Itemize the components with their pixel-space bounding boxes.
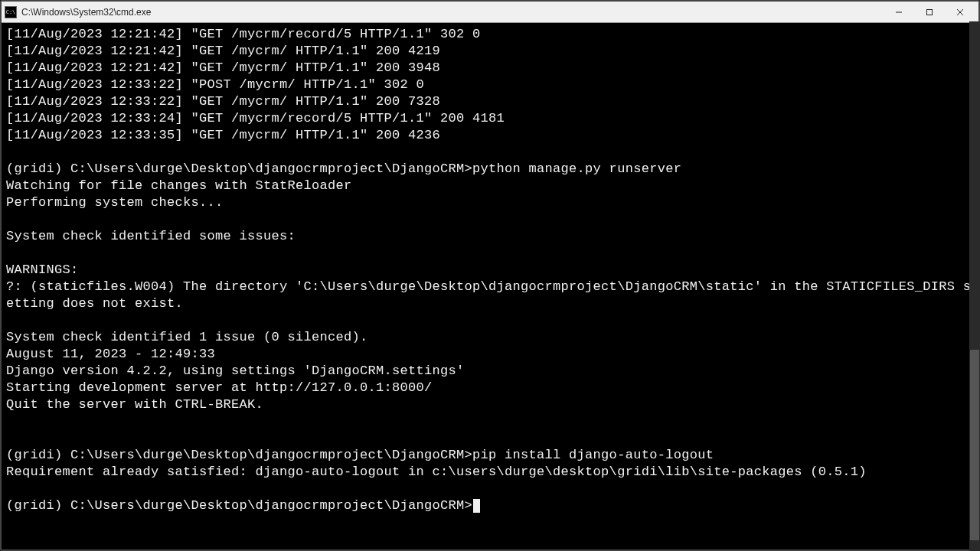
terminal-line: ?: (staticfiles.W004) The directory 'C:\… (6, 279, 974, 312)
scrollbar-thumb[interactable] (970, 350, 979, 540)
terminal-line: WARNINGS: (6, 262, 974, 279)
terminal-line: Django version 4.2.2, using settings 'Dj… (6, 363, 974, 380)
svg-rect-1 (927, 9, 933, 15)
terminal-line: [11/Aug/2023 12:21:42] "GET /mycrm/ HTTP… (6, 43, 974, 60)
terminal-line (6, 430, 974, 447)
terminal-line: [11/Aug/2023 12:21:42] "GET /mycrm/recor… (6, 26, 974, 43)
terminal-line (6, 144, 974, 161)
terminal-line: (gridi) C:\Users\durge\Desktop\djangocrm… (6, 447, 974, 464)
terminal-line: [11/Aug/2023 12:21:42] "GET /mycrm/ HTTP… (6, 60, 974, 77)
terminal-line (6, 211, 974, 228)
maximize-button[interactable] (914, 3, 945, 21)
window-title: C:\Windows\System32\cmd.exe (21, 7, 884, 18)
window-controls (884, 3, 975, 21)
terminal-line: Watching for file changes with StatReloa… (6, 178, 974, 194)
terminal-line: Starting development server at http://12… (6, 380, 974, 396)
terminal-output[interactable]: [11/Aug/2023 12:21:42] "GET /mycrm/recor… (2, 23, 978, 549)
terminal-line (6, 481, 974, 497)
terminal-line (6, 312, 974, 329)
terminal-line (6, 245, 974, 262)
terminal-line: Requirement already satisfied: django-au… (6, 464, 974, 481)
vertical-scrollbar[interactable] (969, 21, 980, 551)
close-button[interactable] (945, 3, 975, 21)
terminal-line: System check identified some issues: (6, 228, 974, 245)
terminal-line: [11/Aug/2023 12:33:22] "POST /mycrm/ HTT… (6, 77, 974, 93)
terminal-line: Quit the server with CTRL-BREAK. (6, 396, 974, 413)
minimize-button[interactable] (884, 3, 914, 21)
terminal-line: System check identified 1 issue (0 silen… (6, 329, 974, 346)
terminal-line: Performing system checks... (6, 194, 974, 211)
terminal-line: [11/Aug/2023 12:33:24] "GET /mycrm/recor… (6, 110, 974, 127)
terminal-line: (gridi) C:\Users\durge\Desktop\djangocrm… (6, 497, 974, 514)
terminal-line (6, 413, 974, 430)
cursor (473, 499, 480, 513)
window-titlebar: C:\Windows\System32\cmd.exe (2, 2, 978, 23)
terminal-line: (gridi) C:\Users\durge\Desktop\djangocrm… (6, 161, 974, 178)
terminal-line: [11/Aug/2023 12:33:22] "GET /mycrm/ HTTP… (6, 93, 974, 110)
terminal-line: [11/Aug/2023 12:33:35] "GET /mycrm/ HTTP… (6, 127, 974, 144)
cmd-icon (5, 6, 17, 18)
terminal-line: August 11, 2023 - 12:49:33 (6, 346, 974, 363)
